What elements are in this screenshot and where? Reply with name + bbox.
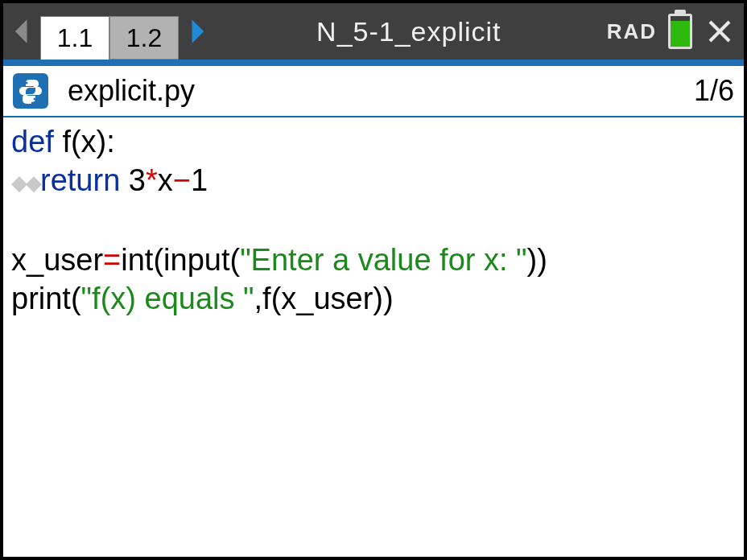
svg-point-4 bbox=[26, 82, 28, 84]
tab-label: 1.2 bbox=[126, 23, 162, 53]
string-prompt: "Enter a value for x: " bbox=[240, 243, 526, 277]
colon: : bbox=[106, 125, 115, 159]
comma: , bbox=[254, 282, 263, 315]
operator-assign: = bbox=[103, 243, 121, 277]
paren-open: ( bbox=[71, 125, 81, 159]
builtin-input: input bbox=[163, 243, 229, 277]
accent-bar bbox=[3, 60, 744, 66]
literal-1: 1 bbox=[191, 163, 208, 197]
next-page-arrow[interactable] bbox=[182, 3, 211, 60]
call-f: f bbox=[262, 282, 271, 315]
param-x: x bbox=[81, 125, 97, 159]
battery-icon bbox=[668, 14, 692, 49]
keyword-return: return bbox=[40, 163, 120, 197]
svg-marker-0 bbox=[15, 19, 27, 43]
paren-close: ) bbox=[97, 125, 107, 159]
tab-label: 1.1 bbox=[57, 23, 93, 53]
filename-label: explicit.py bbox=[68, 74, 195, 108]
close-button[interactable] bbox=[704, 15, 736, 47]
python-icon bbox=[13, 73, 48, 109]
document-title: N_5-1_explicit bbox=[214, 16, 604, 47]
var-xuser: x_user bbox=[11, 243, 103, 277]
calculator-screen: 1.1 1.2 N_5-1_explicit RAD bbox=[0, 0, 747, 560]
operator-minus: − bbox=[173, 163, 191, 197]
arg-xuser: x_user bbox=[281, 282, 373, 315]
angle-mode-indicator: RAD bbox=[607, 19, 657, 44]
builtin-print: print bbox=[11, 282, 71, 315]
tab-1-1[interactable]: 1.1 bbox=[40, 16, 109, 60]
string-output: "f(x) equals " bbox=[81, 282, 254, 315]
svg-point-5 bbox=[34, 98, 36, 101]
operator-star: * bbox=[146, 163, 158, 197]
var-x: x bbox=[158, 163, 173, 197]
function-name: f bbox=[62, 125, 71, 159]
titlebar: 1.1 1.2 N_5-1_explicit RAD bbox=[3, 3, 744, 60]
status-right: RAD bbox=[607, 14, 739, 49]
indent-marker: ◆◆ bbox=[11, 171, 40, 195]
keyword-def: def bbox=[11, 125, 54, 159]
file-header-row: explicit.py 1/6 bbox=[3, 66, 744, 117]
line-indicator: 1/6 bbox=[694, 74, 734, 108]
literal-3: 3 bbox=[129, 163, 146, 197]
tabs-row: 1.1 1.2 bbox=[40, 3, 179, 60]
tab-1-2[interactable]: 1.2 bbox=[109, 16, 179, 60]
code-editor[interactable]: def f(x): ◆◆return 3*x−1 x_user=int(inpu… bbox=[3, 117, 744, 557]
builtin-int: int bbox=[121, 243, 153, 277]
svg-marker-1 bbox=[192, 19, 204, 43]
prev-page-arrow[interactable] bbox=[8, 3, 37, 60]
